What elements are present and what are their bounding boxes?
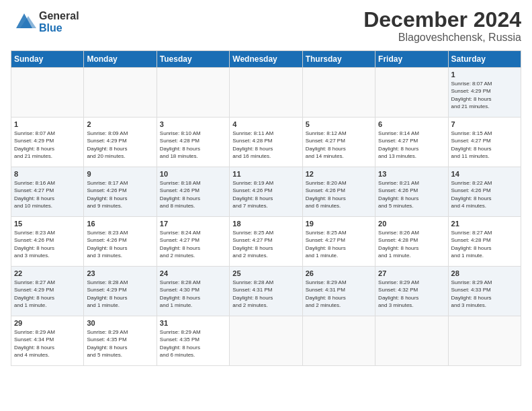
calendar-day [302, 68, 375, 118]
calendar-day: 27Sunrise: 8:29 AMSunset: 4:32 PMDayligh… [375, 267, 448, 316]
calendar-week: 15Sunrise: 8:23 AMSunset: 4:26 PMDayligh… [11, 217, 521, 267]
calendar-day: 21Sunrise: 8:27 AMSunset: 4:28 PMDayligh… [448, 217, 521, 267]
calendar-day: 1Sunrise: 8:07 AMSunset: 4:29 PMDaylight… [11, 118, 84, 167]
calendar-day: 10Sunrise: 8:18 AMSunset: 4:26 PMDayligh… [157, 167, 229, 217]
day-info: Sunrise: 8:22 AMSunset: 4:26 PMDaylight:… [451, 179, 518, 210]
calendar-day [230, 316, 302, 366]
logo: General Blue [11, 8, 79, 36]
col-tuesday: Tuesday [157, 51, 229, 68]
day-number: 23 [87, 269, 153, 277]
calendar-day: 24Sunrise: 8:28 AMSunset: 4:30 PMDayligh… [157, 267, 229, 316]
day-number: 5 [306, 120, 372, 128]
calendar-day [230, 68, 302, 118]
day-number: 6 [378, 120, 445, 128]
calendar-day [375, 316, 448, 366]
calendar-day [157, 68, 229, 118]
calendar-day: 12Sunrise: 8:20 AMSunset: 4:26 PMDayligh… [302, 167, 375, 217]
day-info: Sunrise: 8:20 AMSunset: 4:26 PMDaylight:… [306, 179, 372, 210]
day-number: 7 [451, 120, 518, 128]
day-number: 8 [14, 170, 81, 178]
day-number: 1 [14, 120, 81, 128]
calendar-day: 2Sunrise: 8:09 AMSunset: 4:29 PMDaylight… [84, 118, 157, 167]
calendar-day: 6Sunrise: 8:14 AMSunset: 4:27 PMDaylight… [375, 118, 448, 167]
day-info: Sunrise: 8:29 AMSunset: 4:35 PMDaylight:… [87, 328, 153, 359]
day-number: 31 [160, 319, 226, 327]
logo-icon [11, 8, 36, 34]
col-wednesday: Wednesday [230, 51, 302, 68]
calendar-day: 16Sunrise: 8:23 AMSunset: 4:26 PMDayligh… [84, 217, 157, 267]
day-number: 2 [87, 120, 153, 128]
logo-blue: Blue [39, 22, 79, 34]
calendar-day: 17Sunrise: 8:24 AMSunset: 4:27 PMDayligh… [157, 217, 229, 267]
calendar-week: 29Sunrise: 8:29 AMSunset: 4:34 PMDayligh… [11, 316, 521, 366]
calendar-day: 20Sunrise: 8:26 AMSunset: 4:28 PMDayligh… [375, 217, 448, 267]
day-number: 3 [160, 120, 226, 128]
day-info: Sunrise: 8:19 AMSunset: 4:26 PMDaylight:… [232, 179, 299, 210]
day-number: 1 [451, 71, 518, 79]
calendar-day [375, 68, 448, 118]
day-info: Sunrise: 8:28 AMSunset: 4:30 PMDaylight:… [160, 279, 226, 309]
day-number: 30 [87, 319, 153, 327]
day-info: Sunrise: 8:29 AMSunset: 4:32 PMDaylight:… [378, 279, 445, 309]
day-info: Sunrise: 8:18 AMSunset: 4:26 PMDaylight:… [160, 179, 226, 210]
day-info: Sunrise: 8:29 AMSunset: 4:35 PMDaylight:… [160, 328, 226, 359]
day-number: 21 [451, 220, 518, 228]
location: Blagoveshchensk, Russia [363, 32, 521, 44]
calendar-week: 1Sunrise: 8:07 AMSunset: 4:29 PMDaylight… [11, 118, 521, 167]
day-info: Sunrise: 8:23 AMSunset: 4:26 PMDaylight:… [14, 229, 81, 259]
day-info: Sunrise: 8:29 AMSunset: 4:31 PMDaylight:… [306, 279, 372, 309]
day-info: Sunrise: 8:25 AMSunset: 4:27 PMDaylight:… [232, 229, 299, 259]
day-info: Sunrise: 8:14 AMSunset: 4:27 PMDaylight:… [378, 130, 445, 160]
calendar-day: 9Sunrise: 8:17 AMSunset: 4:26 PMDaylight… [84, 167, 157, 217]
calendar-day: 26Sunrise: 8:29 AMSunset: 4:31 PMDayligh… [302, 267, 375, 316]
day-number: 15 [14, 220, 81, 228]
day-info: Sunrise: 8:29 AMSunset: 4:33 PMDaylight:… [451, 279, 518, 309]
calendar-day [448, 316, 521, 366]
day-info: Sunrise: 8:26 AMSunset: 4:28 PMDaylight:… [378, 229, 445, 259]
title-block: December 2024 Blagoveshchensk, Russia [363, 8, 521, 44]
calendar-day [84, 68, 157, 118]
calendar-day: 15Sunrise: 8:23 AMSunset: 4:26 PMDayligh… [11, 217, 84, 267]
day-info: Sunrise: 8:07 AMSunset: 4:29 PMDaylight:… [14, 130, 81, 160]
col-monday: Monday [84, 51, 157, 68]
day-info: Sunrise: 8:28 AMSunset: 4:31 PMDaylight:… [232, 279, 299, 309]
calendar-week: 8Sunrise: 8:16 AMSunset: 4:27 PMDaylight… [11, 167, 521, 217]
calendar-week: 22Sunrise: 8:27 AMSunset: 4:29 PMDayligh… [11, 267, 521, 316]
calendar-day: 18Sunrise: 8:25 AMSunset: 4:27 PMDayligh… [230, 217, 302, 267]
calendar-day: 4Sunrise: 8:11 AMSunset: 4:28 PMDaylight… [230, 118, 302, 167]
calendar-day: 3Sunrise: 8:10 AMSunset: 4:28 PMDaylight… [157, 118, 229, 167]
day-number: 4 [232, 120, 299, 128]
col-saturday: Saturday [448, 51, 521, 68]
day-number: 10 [160, 170, 226, 178]
page-header: General Blue December 2024 Blagoveshchen… [11, 8, 521, 44]
day-number: 24 [160, 269, 226, 277]
calendar-day: 8Sunrise: 8:16 AMSunset: 4:27 PMDaylight… [11, 167, 84, 217]
day-number: 18 [232, 220, 299, 228]
day-info: Sunrise: 8:16 AMSunset: 4:27 PMDaylight:… [14, 179, 81, 210]
day-number: 9 [87, 170, 153, 178]
calendar-day: 31Sunrise: 8:29 AMSunset: 4:35 PMDayligh… [157, 316, 229, 366]
calendar-body: 1Sunrise: 8:07 AMSunset: 4:29 PMDaylight… [11, 68, 521, 366]
calendar-week: 1Sunrise: 8:07 AMSunset: 4:29 PMDaylight… [11, 68, 521, 118]
day-number: 27 [378, 269, 445, 277]
day-number: 20 [378, 220, 445, 228]
calendar-day [11, 68, 84, 118]
day-info: Sunrise: 8:10 AMSunset: 4:28 PMDaylight:… [160, 130, 226, 160]
calendar-day: 14Sunrise: 8:22 AMSunset: 4:26 PMDayligh… [448, 167, 521, 217]
day-info: Sunrise: 8:28 AMSunset: 4:29 PMDaylight:… [87, 279, 153, 309]
day-number: 25 [232, 269, 299, 277]
day-number: 26 [306, 269, 372, 277]
calendar-header: Sunday Monday Tuesday Wednesday Thursday… [11, 51, 521, 68]
calendar-day: 1Sunrise: 8:07 AMSunset: 4:29 PMDaylight… [448, 68, 521, 118]
day-info: Sunrise: 8:15 AMSunset: 4:27 PMDaylight:… [451, 130, 518, 160]
day-number: 13 [378, 170, 445, 178]
day-info: Sunrise: 8:24 AMSunset: 4:27 PMDaylight:… [160, 229, 226, 259]
calendar-day: 5Sunrise: 8:12 AMSunset: 4:27 PMDaylight… [302, 118, 375, 167]
calendar-day: 29Sunrise: 8:29 AMSunset: 4:34 PMDayligh… [11, 316, 84, 366]
day-info: Sunrise: 8:27 AMSunset: 4:29 PMDaylight:… [14, 279, 81, 309]
calendar-day: 7Sunrise: 8:15 AMSunset: 4:27 PMDaylight… [448, 118, 521, 167]
day-number: 14 [451, 170, 518, 178]
calendar-day: 30Sunrise: 8:29 AMSunset: 4:35 PMDayligh… [84, 316, 157, 366]
day-info: Sunrise: 8:25 AMSunset: 4:27 PMDaylight:… [306, 229, 372, 259]
day-info: Sunrise: 8:12 AMSunset: 4:27 PMDaylight:… [306, 130, 372, 160]
